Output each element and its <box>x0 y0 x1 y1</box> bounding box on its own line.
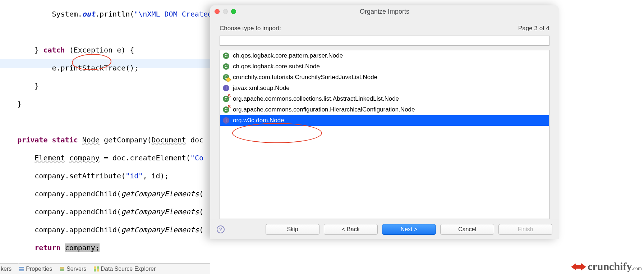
dialog-titlebar[interactable]: Organize Imports <box>210 5 559 18</box>
crunchify-logo: crunchify.com <box>571 260 642 273</box>
svg-marker-9 <box>571 263 586 270</box>
class-icon: C <box>223 52 229 59</box>
class-icon: C <box>223 63 229 70</box>
logo-tld: .com <box>632 266 642 271</box>
dialog-button-bar: ? Skip < Back Next > Cancel Finish <box>210 219 559 239</box>
type-label: ch.qos.logback.core.subst.Node <box>233 63 320 70</box>
type-label: javax.xml.soap.Node <box>233 85 290 92</box>
window-close-icon[interactable] <box>215 9 220 14</box>
svg-rect-4 <box>60 269 64 271</box>
svg-rect-6 <box>97 266 99 269</box>
properties-icon <box>19 266 24 272</box>
interface-icon: I <box>223 85 229 91</box>
list-item[interactable]: C ch.qos.logback.core.subst.Node <box>220 61 549 72</box>
static-overlay-icon: S <box>228 104 231 109</box>
list-item[interactable]: C S org.apache.commons.collections.list.… <box>220 93 549 104</box>
tab-data-source-explorer[interactable]: Data Source Explorer <box>93 266 156 272</box>
list-item[interactable]: C S org.apache.commons.configuration.Hie… <box>220 104 549 115</box>
type-label: ch.qos.logback.core.pattern.parser.Node <box>233 52 343 59</box>
type-filter-input[interactable] <box>220 36 549 46</box>
type-label: org.apache.commons.collections.list.Abst… <box>233 95 399 102</box>
window-minimize-icon <box>223 9 228 14</box>
data-source-icon <box>93 266 99 272</box>
help-icon[interactable]: ? <box>217 225 225 233</box>
list-item[interactable]: C ch.qos.logback.core.pattern.parser.Nod… <box>220 50 549 61</box>
type-label: org.w3c.dom.Node <box>233 117 284 124</box>
svg-rect-0 <box>19 267 24 268</box>
logo-text: crunchify <box>588 260 632 273</box>
code-editor[interactable]: System.out.println("\nXML DOM Created Su… <box>0 0 244 237</box>
cancel-button[interactable]: Cancel <box>440 224 494 235</box>
eclipse-views-tabbar[interactable]: kers Properties Servers Data Source Expl… <box>0 263 210 274</box>
servers-icon <box>59 266 65 272</box>
organize-imports-dialog: Organize Imports Choose type to import: … <box>210 5 559 239</box>
static-overlay-icon: S <box>228 93 231 99</box>
list-item-selected[interactable]: I org.w3c.dom.Node <box>220 115 549 126</box>
svg-rect-1 <box>19 269 24 270</box>
annotation-ellipse-list <box>232 123 322 143</box>
tab-markers[interactable]: kers <box>1 266 12 272</box>
type-list[interactable]: C ch.qos.logback.core.pattern.parser.Nod… <box>220 50 549 219</box>
page-indicator: Page 3 of 4 <box>518 25 549 32</box>
dialog-title: Organize Imports <box>210 8 559 15</box>
svg-rect-3 <box>60 267 64 269</box>
svg-rect-2 <box>19 270 24 271</box>
tab-servers[interactable]: Servers <box>59 266 86 272</box>
svg-rect-7 <box>94 269 96 271</box>
type-label: org.apache.commons.configuration.Hierarc… <box>233 106 415 113</box>
skip-button[interactable]: Skip <box>266 224 319 235</box>
list-item[interactable]: C crunchify.com.tutorials.CrunchifySorte… <box>220 72 549 83</box>
interface-icon: I <box>223 117 229 124</box>
finish-button: Finish <box>498 224 552 235</box>
back-button[interactable]: < Back <box>324 224 378 235</box>
type-label: crunchify.com.tutorials.CrunchifySortedJ… <box>233 74 377 81</box>
tab-properties[interactable]: Properties <box>19 266 52 272</box>
window-zoom-icon[interactable] <box>231 9 236 14</box>
svg-rect-8 <box>97 269 99 271</box>
choose-type-label: Choose type to import: <box>220 25 281 32</box>
svg-rect-5 <box>94 266 96 269</box>
list-item[interactable]: I javax.xml.soap.Node <box>220 83 549 93</box>
next-button[interactable]: Next > <box>382 224 436 235</box>
